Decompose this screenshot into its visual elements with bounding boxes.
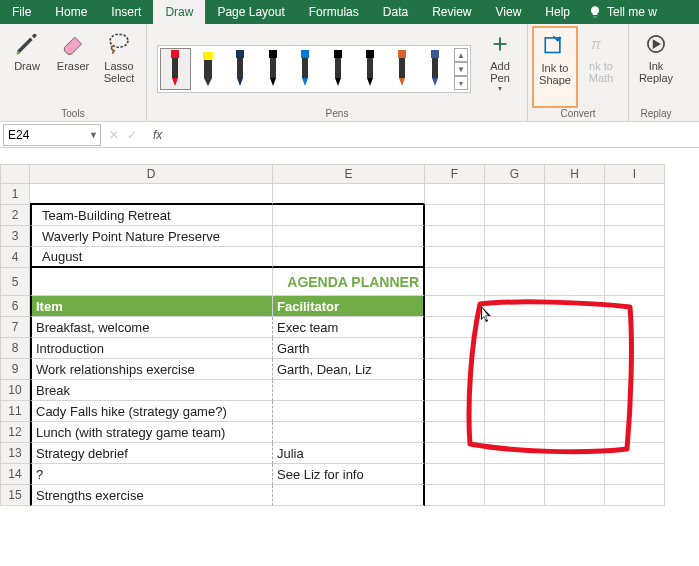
row-header[interactable]: 8 — [0, 338, 30, 359]
menu-home[interactable]: Home — [43, 0, 99, 24]
cell[interactable] — [273, 205, 425, 226]
cell[interactable] — [273, 184, 425, 205]
worksheet[interactable]: D E F G H I 12Team-Building Retreat3Wave… — [0, 164, 699, 506]
cell[interactable] — [425, 317, 485, 338]
eraser-button[interactable]: Eraser — [50, 26, 96, 108]
cell[interactable]: August — [30, 247, 273, 268]
highlighter-yellow[interactable] — [193, 48, 223, 90]
gallery-controls[interactable]: ▲ ▼ ▾ — [454, 48, 468, 90]
cell[interactable] — [605, 338, 665, 359]
cell[interactable]: Breakfast, welcome — [30, 317, 273, 338]
fx-icon[interactable]: fx — [153, 128, 162, 142]
cell[interactable]: Work relationships exercise — [30, 359, 273, 380]
cell[interactable] — [485, 464, 545, 485]
cell[interactable] — [485, 359, 545, 380]
cell[interactable] — [273, 247, 425, 268]
menu-insert[interactable]: Insert — [99, 0, 153, 24]
cell[interactable] — [425, 359, 485, 380]
ink-to-shape-button[interactable]: Ink to Shape — [532, 26, 578, 108]
row-header[interactable]: 15 — [0, 485, 30, 506]
cell[interactable] — [485, 205, 545, 226]
row-header[interactable]: 5 — [0, 268, 30, 296]
cell[interactable] — [605, 422, 665, 443]
col-header[interactable]: E — [273, 164, 425, 184]
cell[interactable] — [605, 184, 665, 205]
cell[interactable]: Team-Building Retreat — [30, 205, 273, 226]
cell[interactable]: Strengths exercise — [30, 485, 273, 506]
cell[interactable] — [545, 317, 605, 338]
cell[interactable] — [605, 443, 665, 464]
gallery-more-icon[interactable]: ▾ — [454, 76, 468, 90]
cell[interactable] — [273, 226, 425, 247]
pen-galaxy[interactable] — [420, 48, 450, 90]
cell[interactable] — [425, 380, 485, 401]
pen-black2[interactable] — [322, 48, 352, 90]
cell[interactable] — [425, 226, 485, 247]
row-header[interactable]: 13 — [0, 443, 30, 464]
cell[interactable] — [30, 268, 273, 296]
cell[interactable]: Julia — [273, 443, 425, 464]
cell[interactable] — [425, 401, 485, 422]
cell[interactable] — [425, 464, 485, 485]
cell[interactable] — [425, 247, 485, 268]
cell[interactable]: Garth, Dean, Liz — [273, 359, 425, 380]
menu-view[interactable]: View — [484, 0, 534, 24]
cell[interactable]: Item — [30, 296, 273, 317]
cell[interactable]: Introduction — [30, 338, 273, 359]
cell[interactable] — [425, 485, 485, 506]
row-header[interactable]: 2 — [0, 205, 30, 226]
cell[interactable] — [485, 247, 545, 268]
row-header[interactable]: 1 — [0, 184, 30, 205]
cell[interactable] — [30, 184, 273, 205]
add-pen-button[interactable]: Add Pen ▾ — [477, 26, 523, 108]
cell[interactable] — [485, 184, 545, 205]
pens-gallery[interactable]: ▲ ▼ ▾ — [151, 26, 477, 108]
tell-me[interactable]: Tell me w — [588, 5, 657, 19]
cell[interactable] — [425, 296, 485, 317]
select-all-corner[interactable] — [0, 164, 30, 184]
cell[interactable] — [425, 184, 485, 205]
cell[interactable] — [605, 296, 665, 317]
cell[interactable]: AGENDA PLANNER — [273, 268, 425, 296]
pen-blue[interactable] — [290, 48, 320, 90]
cell[interactable] — [485, 443, 545, 464]
cell[interactable] — [425, 422, 485, 443]
cell[interactable]: Garth — [273, 338, 425, 359]
cell[interactable] — [545, 380, 605, 401]
cell[interactable] — [605, 401, 665, 422]
cell[interactable] — [425, 443, 485, 464]
cell[interactable] — [605, 247, 665, 268]
row-header[interactable]: 11 — [0, 401, 30, 422]
menu-data[interactable]: Data — [371, 0, 420, 24]
gallery-down-icon[interactable]: ▼ — [454, 62, 468, 76]
cell[interactable] — [273, 422, 425, 443]
cell[interactable]: Strategy debrief — [30, 443, 273, 464]
cell[interactable] — [545, 359, 605, 380]
ink-replay-button[interactable]: Ink Replay — [633, 26, 679, 108]
col-header[interactable]: G — [485, 164, 545, 184]
cell[interactable] — [485, 485, 545, 506]
row-header[interactable]: 7 — [0, 317, 30, 338]
cell[interactable] — [273, 485, 425, 506]
row-header[interactable]: 10 — [0, 380, 30, 401]
draw-button[interactable]: Draw — [4, 26, 50, 108]
cell[interactable] — [273, 380, 425, 401]
row-header[interactable]: 6 — [0, 296, 30, 317]
name-box[interactable]: E24 ▼ — [3, 124, 101, 146]
cell[interactable]: Waverly Point Nature Preserve — [30, 226, 273, 247]
cell[interactable] — [485, 380, 545, 401]
cell[interactable] — [605, 380, 665, 401]
cell[interactable] — [605, 268, 665, 296]
cell[interactable] — [485, 317, 545, 338]
col-header[interactable]: D — [30, 164, 273, 184]
cell[interactable] — [605, 464, 665, 485]
cell[interactable] — [485, 268, 545, 296]
cell[interactable] — [545, 443, 605, 464]
cell[interactable] — [425, 338, 485, 359]
pen-black[interactable] — [257, 48, 287, 90]
menu-draw[interactable]: Draw — [153, 0, 205, 24]
cell[interactable] — [545, 184, 605, 205]
cell[interactable] — [605, 205, 665, 226]
pen-black3[interactable] — [355, 48, 385, 90]
row-header[interactable]: 9 — [0, 359, 30, 380]
